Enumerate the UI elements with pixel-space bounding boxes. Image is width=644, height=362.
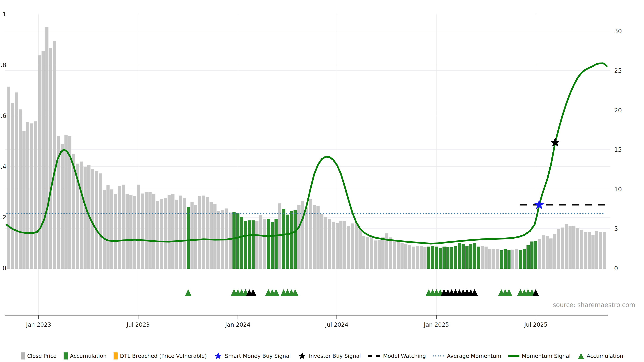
price-bar (202, 196, 205, 269)
accumulation-bar (523, 249, 526, 269)
price-bar (156, 201, 159, 269)
price-bar (324, 217, 327, 269)
legend-item-investor-buy: Investor Buy Signal (298, 352, 361, 360)
accumulation-bar (450, 247, 453, 269)
price-bar (381, 238, 384, 269)
price-bar (404, 244, 408, 269)
right-axis-tick-label: 30 (614, 28, 622, 34)
accumulation-bar (500, 250, 503, 269)
black-star-icon (298, 352, 306, 360)
price-bar (340, 221, 343, 269)
accumulation-bar (462, 244, 465, 269)
accumulation-bar (274, 219, 278, 269)
price-bar (45, 27, 48, 269)
price-bar (160, 199, 163, 269)
price-bar (99, 173, 102, 269)
price-bar (122, 185, 125, 269)
accumulation-bar (530, 242, 534, 269)
right-axis-tick-label: 0 (614, 265, 618, 272)
x-tick-label: Jan 2023 (26, 321, 51, 328)
price-bar (144, 192, 148, 269)
legend-item-smart-money: Smart Money Buy Signal (214, 352, 291, 360)
green-line-icon (508, 355, 520, 357)
blue-star-icon (214, 352, 222, 360)
price-bar (511, 250, 514, 269)
price-bar (378, 240, 381, 269)
price-bar (484, 247, 488, 269)
price-bar (263, 219, 266, 269)
price-bar (126, 194, 129, 269)
price-bar (561, 228, 564, 269)
legend-label: Model Watching (383, 353, 426, 359)
accumulation-bar (458, 243, 461, 269)
accumulation-swatch-icon (64, 353, 68, 360)
accumulation-bar (271, 222, 274, 269)
right-axis-tick-label: 20 (614, 107, 622, 114)
price-bar (49, 48, 52, 269)
legend-label: Close Price (27, 353, 56, 359)
price-bar (347, 226, 350, 269)
source-note: source: sharemaestro.com (553, 301, 635, 309)
price-bar (297, 205, 300, 269)
price-bar (550, 239, 552, 269)
dtl-breached-swatch-icon (114, 353, 118, 360)
price-bar (496, 249, 499, 269)
price-bar (412, 247, 415, 269)
price-bar (256, 221, 258, 269)
price-bar (137, 185, 140, 269)
accumulation-bar (439, 248, 442, 269)
legend-label: Accumulation (70, 353, 106, 359)
price-bar (175, 200, 178, 269)
price-bar (22, 131, 26, 269)
price-bar (301, 201, 304, 269)
price-bar (546, 236, 549, 269)
price-bar (152, 194, 156, 269)
price-bar (553, 234, 556, 269)
accumulation-bar (236, 213, 240, 269)
price-bar (481, 246, 484, 269)
right-axis-tick-label: 5 (614, 225, 618, 232)
price-bar (183, 198, 186, 269)
price-bar (206, 197, 209, 269)
price-bar (366, 237, 369, 269)
accumulation-bar (477, 247, 480, 269)
x-tick-label: Jul 2025 (524, 321, 548, 328)
accumulation-bar (294, 210, 297, 269)
price-bar (400, 243, 404, 269)
close-price-swatch-icon (21, 353, 25, 360)
accumulation-bar (252, 220, 255, 269)
legend-item-close-price: Close Price (21, 353, 56, 360)
price-bar (53, 41, 56, 269)
legend-item-accumulation-bar: Accumulation (64, 353, 106, 360)
price-bar (114, 194, 117, 269)
legend-item-momentum-signal: Momentum Signal (508, 353, 570, 359)
right-axis-labels: 051015202530 (614, 28, 622, 272)
price-bar (362, 236, 366, 269)
price-bar (572, 226, 576, 269)
dotted-line-icon (433, 355, 444, 357)
price-bar (91, 169, 94, 269)
price-bar (515, 249, 518, 269)
price-bar (389, 238, 392, 269)
price-bar (355, 223, 358, 269)
accumulation-bar (435, 247, 438, 269)
price-bar (305, 207, 308, 269)
x-tick-label: Jul 2024 (325, 321, 348, 328)
price-bar (328, 219, 331, 269)
price-bar (110, 189, 113, 269)
price-bar (358, 229, 362, 269)
legend-item-average-momentum: Average Momentum (433, 353, 501, 359)
price-bar (210, 202, 213, 269)
price-bar (320, 214, 324, 269)
accumulation-bar (290, 211, 293, 269)
price-bar (332, 222, 335, 269)
accumulation-bar (534, 241, 537, 269)
price-bar (118, 186, 121, 269)
price-bar (38, 55, 41, 269)
accumulation-bar (473, 243, 476, 269)
price-bar (103, 190, 106, 269)
left-axis-tick-label: 1 (2, 11, 6, 17)
price-bar (538, 239, 541, 269)
accumulation-bar (454, 246, 457, 269)
price-bar (194, 205, 198, 269)
